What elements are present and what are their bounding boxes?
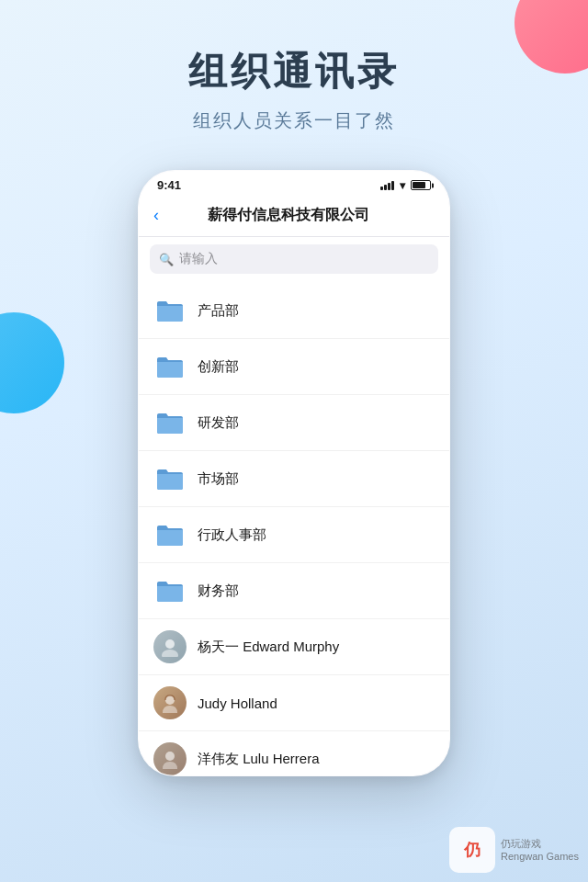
signal-icon: [380, 181, 394, 190]
list-item[interactable]: 行政人事部: [139, 507, 449, 563]
list-item[interactable]: 洋伟友 Lulu Herrera: [139, 731, 449, 776]
search-bar-wrapper: 🔍 请输入: [139, 237, 449, 283]
phone-mockup: 9:41 ▾ ‹ 薪得付信息科技有限公司: [138, 170, 450, 776]
main-title: 组织通讯录: [0, 46, 588, 97]
status-time: 9:41: [157, 178, 181, 192]
battery-icon: [411, 180, 431, 190]
nav-bar: ‹ 薪得付信息科技有限公司: [139, 197, 449, 237]
back-button[interactable]: ‹: [153, 206, 159, 225]
svg-point-0: [165, 639, 175, 649]
sub-title: 组织人员关系一目了然: [0, 108, 588, 133]
avatar: [153, 742, 187, 775]
list-item[interactable]: 财务部: [139, 563, 449, 619]
status-icons: ▾: [380, 179, 431, 192]
header-section: 组织通讯录 组织人员关系一目了然: [0, 0, 588, 133]
avatar: [153, 630, 187, 663]
folder-icon: [153, 350, 187, 383]
svg-point-1: [162, 650, 178, 657]
list-item[interactable]: 产品部: [139, 283, 449, 339]
search-bar[interactable]: 🔍 请输入: [150, 244, 438, 274]
dept-name-5: 行政人事部: [198, 526, 266, 544]
avatar: [153, 686, 187, 719]
folder-icon: [153, 406, 187, 439]
nav-title: 薪得付信息科技有限公司: [166, 206, 411, 225]
dept-name-1: 产品部: [198, 302, 239, 320]
dept-name-4: 市场部: [198, 470, 239, 488]
list-item[interactable]: 市场部: [139, 451, 449, 507]
search-icon: 🔍: [159, 253, 174, 266]
contact-name-2: Judy Holland: [198, 695, 277, 711]
list-item[interactable]: 杨天一 Edward Murphy: [139, 619, 449, 675]
svg-point-3: [165, 752, 175, 761]
folder-icon: [153, 294, 187, 327]
watermark-logo: 仍: [449, 827, 495, 873]
dept-name-6: 财务部: [198, 582, 239, 600]
phone-wrapper: 9:41 ▾ ‹ 薪得付信息科技有限公司: [0, 170, 588, 776]
watermark: 仍 仍玩游戏 Rengwan Games: [449, 827, 579, 873]
status-bar: 9:41 ▾: [139, 171, 449, 197]
list-item[interactable]: Judy Holland: [139, 675, 449, 731]
watermark-text: 仍玩游戏 Rengwan Games: [501, 837, 579, 864]
contact-name-1: 杨天一 Edward Murphy: [198, 639, 339, 656]
folder-icon: [153, 462, 187, 495]
dept-name-2: 创新部: [198, 358, 239, 376]
folder-icon: [153, 574, 187, 607]
list-item[interactable]: 创新部: [139, 339, 449, 395]
dept-name-3: 研发部: [198, 414, 239, 432]
list-item[interactable]: 研发部: [139, 395, 449, 451]
contact-name-3: 洋伟友 Lulu Herrera: [198, 751, 320, 768]
wifi-icon: ▾: [400, 179, 405, 192]
search-placeholder: 请输入: [179, 251, 218, 267]
list-container: 产品部 创新部 研发部: [139, 283, 449, 776]
folder-icon: [153, 518, 187, 551]
